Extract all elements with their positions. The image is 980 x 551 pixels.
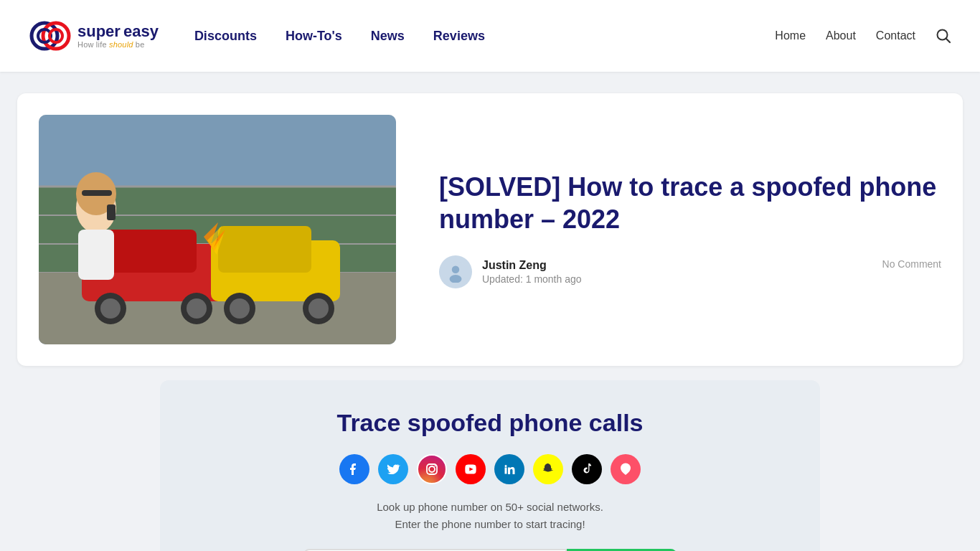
svg-point-22	[230, 298, 250, 319]
logo-brand-super: super	[77, 23, 121, 40]
logo-icon	[29, 14, 72, 57]
widget-description: Look up phone number on 50+ social netwo…	[182, 499, 798, 533]
author-avatar	[439, 255, 472, 288]
author-updated: Updated: 1 month ago	[482, 273, 872, 285]
linkedin-icon	[494, 454, 524, 484]
social-icons-row	[182, 454, 798, 484]
svg-point-24	[308, 298, 329, 319]
search-icon	[936, 28, 951, 44]
svg-point-18	[187, 298, 207, 319]
tiktok-icon	[572, 454, 602, 484]
nav-item-discounts[interactable]: Discounts	[194, 29, 257, 44]
nav-item-home[interactable]: Home	[775, 29, 806, 42]
logo-tagline-em: should	[109, 40, 133, 49]
site-logo[interactable]: super easy How life should be	[29, 14, 159, 57]
svg-point-16	[100, 298, 121, 319]
tinder-icon	[611, 454, 641, 484]
logo-brand-easy: easy	[123, 23, 159, 40]
author-row: Justin Zeng Updated: 1 month ago No Comm…	[439, 255, 941, 288]
article-title: [SOLVED] How to trace a spoofed phone nu…	[439, 171, 941, 235]
search-button[interactable]	[936, 28, 951, 44]
main-nav: Discounts How-To's News Reviews	[194, 29, 775, 44]
instagram-icon	[417, 454, 447, 484]
svg-rect-30	[107, 204, 116, 220]
svg-line-5	[946, 39, 951, 43]
article-meta: [SOLVED] How to trace a spoofed phone nu…	[439, 171, 941, 288]
nav-item-reviews[interactable]: Reviews	[433, 29, 485, 44]
svg-rect-31	[82, 190, 112, 196]
svg-rect-29	[78, 230, 114, 280]
nav-item-news[interactable]: News	[371, 29, 405, 44]
youtube-icon	[456, 454, 486, 484]
avatar-icon	[445, 261, 466, 283]
facebook-icon	[339, 454, 369, 484]
nav-item-contact[interactable]: Contact	[876, 29, 915, 42]
page-content: [SOLVED] How to trace a spoofed phone nu…	[0, 72, 980, 551]
nav-item-about[interactable]: About	[826, 29, 856, 42]
svg-rect-20	[218, 226, 311, 273]
widget-title: Trace spoofed phone calls	[182, 409, 798, 437]
svg-point-37	[435, 466, 436, 467]
article-card: [SOLVED] How to trace a spoofed phone nu…	[17, 93, 963, 366]
site-header: super easy How life should be Discounts …	[0, 0, 980, 72]
logo-tagline: How life should be	[77, 40, 159, 49]
widget-desc-line1: Look up phone number on 50+ social netwo…	[182, 499, 798, 516]
nav-item-howtos[interactable]: How-To's	[286, 29, 342, 44]
svg-point-33	[452, 266, 459, 273]
right-nav: Home About Contact	[775, 28, 951, 44]
snapchat-icon	[533, 454, 563, 484]
twitter-icon	[378, 454, 408, 484]
widget-desc-line2: Enter the phone number to start tracing!	[182, 516, 798, 533]
article-image-svg	[39, 115, 396, 344]
svg-point-36	[429, 466, 435, 472]
logo-text: super easy How life should be	[77, 23, 159, 49]
no-comment-label: No Comment	[882, 258, 941, 270]
article-image	[39, 115, 396, 344]
author-info: Justin Zeng Updated: 1 month ago	[482, 259, 872, 285]
widget-card: Trace spoofed phone calls	[160, 380, 820, 551]
author-name: Justin Zeng	[482, 259, 872, 272]
